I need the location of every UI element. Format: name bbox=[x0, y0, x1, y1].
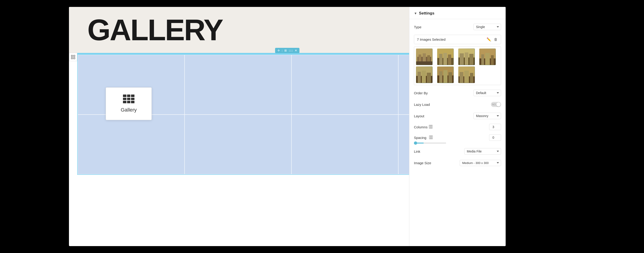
svg-rect-38 bbox=[464, 71, 469, 83]
grid-icon bbox=[71, 55, 75, 59]
order-by-label: Order By bbox=[414, 91, 428, 95]
chevron-down-icon: ▼ bbox=[414, 12, 417, 15]
columns-text: Columns bbox=[414, 125, 428, 129]
svg-rect-33 bbox=[443, 70, 448, 83]
settings-header: ▼ Settings bbox=[409, 7, 506, 19]
toolbar-code: 111 bbox=[289, 49, 293, 52]
svg-rect-24 bbox=[491, 55, 494, 65]
svg-rect-32 bbox=[439, 71, 442, 83]
svg-rect-34 bbox=[448, 72, 452, 83]
svg-rect-14 bbox=[448, 55, 451, 65]
close-icon[interactable]: ✕ bbox=[295, 49, 297, 52]
slider-container bbox=[414, 143, 501, 144]
svg-rect-43 bbox=[429, 136, 430, 139]
widget-grid-cell bbox=[131, 98, 134, 100]
spacing-text: Spacing bbox=[414, 136, 426, 140]
order-by-select[interactable]: Default Date Random bbox=[474, 90, 501, 96]
svg-rect-2 bbox=[71, 58, 73, 59]
svg-rect-13 bbox=[443, 53, 447, 65]
gallery-title: GALLERY bbox=[87, 15, 222, 45]
thumbnail-5 bbox=[416, 67, 432, 83]
columns-label: Columns bbox=[414, 125, 432, 129]
columns-row: Columns bbox=[414, 124, 501, 130]
canvas-toolbar[interactable]: ✛ | ⊞ 111 ✕ bbox=[275, 48, 300, 53]
toggle-label-no: NO bbox=[492, 103, 496, 106]
widget-label: Gallery bbox=[121, 107, 137, 113]
gallery-widget-card: Gallery bbox=[106, 87, 152, 120]
settings-title: Settings bbox=[419, 11, 434, 16]
lazy-load-toggle[interactable]: NO bbox=[491, 102, 501, 107]
svg-rect-17 bbox=[460, 53, 464, 65]
grid-cell-7 bbox=[292, 115, 398, 174]
thumbnail-3 bbox=[458, 49, 475, 65]
svg-rect-39 bbox=[470, 73, 473, 83]
grid-cell-3 bbox=[292, 55, 398, 115]
svg-rect-22 bbox=[481, 54, 484, 65]
layout-select[interactable]: Masonry Grid Justified bbox=[474, 113, 501, 119]
svg-rect-27 bbox=[418, 72, 421, 83]
widget-grid-cell bbox=[131, 95, 134, 97]
columns-input[interactable] bbox=[489, 124, 501, 130]
images-selected-bar: 7 Images Selected ✏️ 🗑 bbox=[414, 35, 501, 44]
spacing-label: Spacing bbox=[414, 135, 433, 140]
svg-rect-29 bbox=[427, 73, 431, 83]
delete-images-button[interactable]: 🗑 bbox=[494, 37, 498, 42]
svg-rect-19 bbox=[469, 54, 474, 65]
thumbnail-1 bbox=[416, 49, 432, 65]
widget-grid-cell bbox=[123, 98, 126, 100]
spacing-row: Spacing bbox=[414, 134, 501, 141]
image-size-label: Image Size bbox=[414, 161, 431, 165]
svg-rect-23 bbox=[485, 53, 490, 65]
images-actions: ✏️ 🗑 bbox=[486, 37, 498, 42]
grid-cell-2 bbox=[184, 55, 292, 115]
link-select[interactable]: Media File Attachment Page Custom URL No… bbox=[464, 148, 501, 155]
svg-rect-0 bbox=[71, 55, 73, 57]
spacing-input[interactable] bbox=[489, 134, 501, 141]
svg-rect-9 bbox=[416, 61, 432, 65]
svg-rect-3 bbox=[74, 58, 75, 59]
thumbnail-4 bbox=[479, 49, 496, 65]
order-by-row: Order By Default Date Random bbox=[414, 89, 501, 97]
images-thumbnails bbox=[414, 47, 501, 85]
svg-rect-37 bbox=[460, 72, 463, 83]
type-label: Type bbox=[414, 25, 422, 29]
edit-images-button[interactable]: ✏️ bbox=[486, 37, 492, 42]
svg-rect-44 bbox=[430, 136, 432, 139]
lazy-load-label: Lazy Load bbox=[414, 103, 430, 107]
images-selected-section: 7 Images Selected ✏️ 🗑 bbox=[414, 35, 501, 85]
lazy-load-row: Lazy Load NO bbox=[414, 101, 501, 108]
main-wrapper: GALLERY ✛ | ⊞ 111 ✕ bbox=[69, 7, 506, 246]
thumbnail-7 bbox=[458, 67, 475, 83]
settings-body: Type Single 7 Images Selected ✏️ 🗑 bbox=[409, 19, 506, 175]
svg-rect-40 bbox=[429, 125, 430, 128]
svg-rect-12 bbox=[439, 54, 442, 65]
settings-panel: ▼ Settings Type Single 7 Images Selected… bbox=[409, 7, 506, 246]
svg-rect-28 bbox=[422, 71, 426, 83]
svg-rect-18 bbox=[465, 53, 468, 65]
link-row: Link Media File Attachment Page Custom U… bbox=[414, 148, 501, 155]
spacing-section: Spacing bbox=[414, 134, 501, 144]
thumbnail-6 bbox=[437, 67, 454, 83]
widget-grid-cell bbox=[127, 101, 130, 103]
layout-row: Layout Masonry Grid Justified bbox=[414, 112, 501, 120]
spacing-slider[interactable] bbox=[414, 143, 446, 144]
svg-rect-45 bbox=[432, 136, 432, 139]
image-size-select[interactable]: Medium - 300 x 300 Thumbnail - 150 x 150… bbox=[460, 160, 501, 166]
svg-rect-42 bbox=[432, 125, 432, 128]
toolbar-separator: | bbox=[282, 49, 282, 52]
widget-grid-cell bbox=[131, 101, 134, 103]
type-select[interactable]: Single bbox=[474, 24, 501, 30]
thumbnail-2 bbox=[437, 49, 454, 65]
widget-grid-icon bbox=[123, 95, 134, 103]
widget-grid-cell bbox=[127, 98, 130, 100]
block-indicator bbox=[69, 53, 77, 61]
thumbnail-1-inner bbox=[416, 49, 432, 65]
toggle-knob bbox=[496, 102, 500, 107]
widget-grid-cell bbox=[123, 101, 126, 103]
link-label: Link bbox=[414, 149, 420, 153]
images-selected-text: 7 Images Selected bbox=[417, 38, 446, 41]
widget-grid-cell bbox=[123, 95, 126, 97]
columns-icon bbox=[429, 125, 432, 129]
code-icon: ⊞ bbox=[284, 49, 287, 52]
svg-rect-41 bbox=[430, 125, 431, 128]
